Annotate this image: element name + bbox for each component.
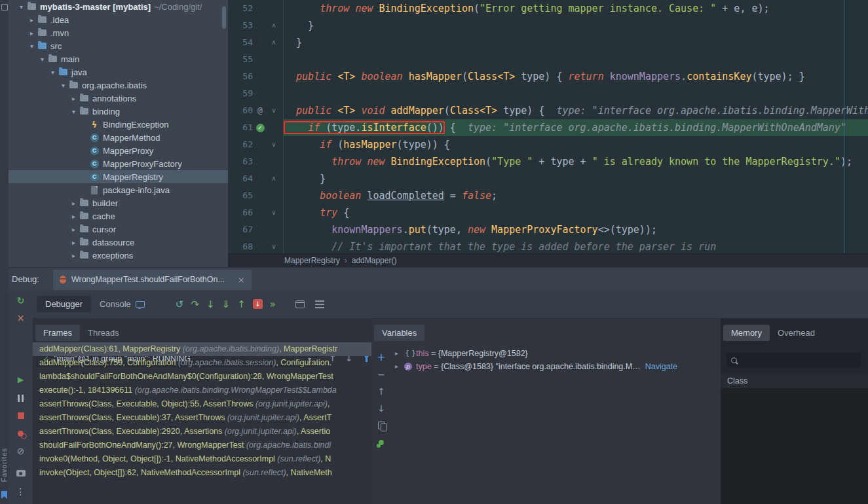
tree-item-main[interactable]: ▾main	[9, 52, 228, 65]
copy-icon[interactable]	[378, 420, 385, 430]
variable-row-this[interactable]: ▸{ }this = {Map­perRegistry@1582}	[391, 347, 721, 360]
tree-item-mybatis-3-master-mybatis[interactable]: ▾mybatis-3-master [mybatis]~/Coding/git/	[9, 0, 228, 13]
editor-line-54[interactable]: 54∧ }	[228, 34, 868, 51]
tree-item-org-apache-ibatis[interactable]: ▾org.apache.ibatis	[9, 79, 228, 92]
stack-frame[interactable]: invoke(Object, Object[]):62, NativeMetho…	[33, 466, 371, 480]
editor-line-63[interactable]: 63 throw new BindingException("Type " + …	[228, 153, 868, 170]
show-execution-point-icon[interactable]: ↺	[176, 298, 184, 310]
fold-marker-icon[interactable]: ∨	[267, 204, 280, 221]
tool-window-icon[interactable]	[1, 4, 8, 10]
breadcrumb-class[interactable]: MapperRegistry	[284, 256, 340, 265]
chevron-right-icon[interactable]: ▸	[27, 16, 37, 24]
move-watch-up-icon[interactable]: ↑	[377, 386, 385, 396]
chevron-right-icon[interactable]: ▸	[69, 95, 79, 102]
line-number[interactable]: 56	[231, 68, 253, 85]
chevron-down-icon[interactable]: ▾	[27, 43, 37, 50]
line-number[interactable]: 63	[231, 153, 253, 170]
fold-marker-icon[interactable]: ∨	[267, 102, 280, 119]
line-number[interactable]: 61	[231, 119, 253, 136]
line-number[interactable]: 52	[231, 0, 253, 17]
tree-item-src[interactable]: ▾src	[9, 39, 228, 52]
stack-frame[interactable]: shouldFailForBothOneAndMany():27, WrongM…	[33, 439, 371, 452]
line-number[interactable]: 53	[231, 17, 253, 34]
line-number[interactable]: 66	[231, 204, 253, 221]
tree-item-cursor[interactable]: ▸cursor	[9, 223, 228, 236]
tree-item-mvn[interactable]: ▸.mvn	[9, 26, 228, 39]
editor-line-64[interactable]: 64∧ }	[228, 170, 868, 187]
stack-frame[interactable]: execute():-1, 1841396611 (org.apache.iba…	[33, 384, 371, 397]
chevron-down-icon[interactable]: ▾	[37, 56, 47, 63]
rerun-icon[interactable]: ↻	[9, 295, 33, 306]
tree-item-mapperregistry[interactable]: CMapperRegistry	[9, 170, 228, 183]
move-watch-down-icon[interactable]: ↓	[377, 403, 385, 413]
chevron-right-icon[interactable]: ▸	[69, 239, 79, 246]
stack-frame[interactable]: lambda$shouldFailForBothOneAndMany$0(Con…	[33, 370, 371, 384]
editor-line-55[interactable]: 55	[228, 51, 868, 68]
favorites-stripe-button[interactable]: Favorites	[0, 448, 8, 482]
chevron-down-icon[interactable]: ▾	[69, 108, 79, 115]
chevron-right-icon[interactable]: ▸	[69, 252, 79, 259]
line-number[interactable]: 62	[231, 136, 253, 153]
fold-marker-icon[interactable]: ∧	[267, 34, 280, 51]
tab-overhead[interactable]: Overhead	[770, 325, 823, 341]
stop-icon[interactable]	[9, 410, 33, 421]
chevron-down-icon[interactable]: ▾	[16, 3, 26, 10]
tree-item-mapperproxy[interactable]: CMapperProxy	[9, 144, 228, 157]
stack-frame[interactable]: assertThrows(Class, Executable):37, Asse…	[33, 411, 371, 425]
memory-search-input[interactable]	[726, 353, 861, 368]
line-number[interactable]: 65	[231, 187, 253, 204]
editor-line-68[interactable]: 68∨ // It's important that the type is a…	[228, 238, 868, 253]
line-number[interactable]: 54	[231, 34, 253, 51]
expand-icon[interactable]: ▸	[395, 347, 404, 360]
tree-item-package-info-java[interactable]: package-info.java	[9, 183, 228, 196]
tab-frames[interactable]: Frames	[35, 325, 80, 341]
chevron-right-icon[interactable]: ▸	[69, 226, 79, 233]
layout-settings-icon[interactable]	[315, 300, 324, 308]
tree-item-idea[interactable]: ▸.idea	[9, 13, 228, 26]
project-scrollbar[interactable]	[222, 7, 226, 29]
tree-item-annotations[interactable]: ▸annotations	[9, 92, 228, 105]
step-over-icon[interactable]: ↷	[191, 298, 199, 310]
chevron-down-icon[interactable]: ▾	[58, 82, 68, 89]
tree-item-mappermethod[interactable]: CMapperMethod	[9, 131, 228, 144]
tree-item-binding[interactable]: ▾binding	[9, 105, 228, 118]
close-tab-icon[interactable]: ×	[238, 275, 245, 285]
editor-line-66[interactable]: 66∨ try {	[228, 204, 868, 221]
mute-breakpoints-icon[interactable]: ⊘	[9, 446, 33, 456]
memory-class-header[interactable]: Class	[721, 374, 868, 389]
stack-frame[interactable]: assertThrows(Class, Executable, Object):…	[33, 397, 371, 411]
fold-marker-icon[interactable]: ∧	[267, 17, 280, 34]
add-watch-icon[interactable]: +	[377, 352, 385, 362]
chevron-right-icon[interactable]: ▸	[69, 213, 79, 220]
line-number[interactable]: 64	[231, 170, 253, 187]
chevron-right-icon[interactable]: ▸	[27, 29, 37, 37]
stack-frame[interactable]: addMapper(Class):759, Configuration (org…	[33, 356, 371, 370]
chevron-right-icon[interactable]: ▸	[69, 200, 79, 207]
editor-line-65[interactable]: 65 boolean loadCompleted = false;	[228, 187, 868, 204]
force-run-to-cursor-icon[interactable]: »	[270, 298, 276, 310]
tab-memory[interactable]: Memory	[723, 325, 770, 341]
tree-item-mapperproxyfactory[interactable]: CMapperProxyFactory	[9, 157, 228, 170]
tree-item-java[interactable]: ▾java	[9, 65, 228, 79]
close-session-icon[interactable]: ×	[9, 312, 33, 324]
fold-marker-icon[interactable]: ∧	[267, 170, 280, 187]
force-step-into-icon[interactable]: ⇓	[222, 298, 231, 310]
line-number[interactable]: 60	[231, 102, 253, 119]
thread-dump-icon[interactable]	[9, 468, 33, 478]
editor[interactable]: 52 throw new BindingException("Error get…	[228, 0, 868, 253]
line-number[interactable]: 67	[231, 221, 253, 238]
line-number[interactable]: 59	[231, 85, 253, 102]
editor-line-52[interactable]: 52 throw new BindingException("Error get…	[228, 0, 868, 17]
tree-item-cache[interactable]: ▸cache	[9, 209, 228, 223]
stack-frame[interactable]: assertThrows(Class, Executable):2920, As…	[33, 425, 371, 439]
editor-line-62[interactable]: 62∨ if (hasMapper(type)) {	[228, 136, 868, 153]
tree-item-bindingexception[interactable]: ϟBindingException	[9, 118, 228, 131]
more-actions-icon[interactable]: ⋮	[9, 486, 33, 497]
editor-line-61[interactable]: 61✓ if (type.isInterface()) { type: "int…	[228, 119, 868, 136]
editor-line-67[interactable]: 67 knownMappers.put(type, new MapperProx…	[228, 221, 868, 238]
variable-row-type[interactable]: ▸ptype = {Class@1583} "interface org.apa…	[391, 360, 721, 373]
evaluate-expression-icon[interactable]	[295, 300, 305, 308]
view-breakpoints-icon[interactable]	[9, 428, 33, 439]
tab-threads[interactable]: Threads	[80, 325, 127, 341]
navigate-link[interactable]: Navigate	[645, 360, 677, 373]
